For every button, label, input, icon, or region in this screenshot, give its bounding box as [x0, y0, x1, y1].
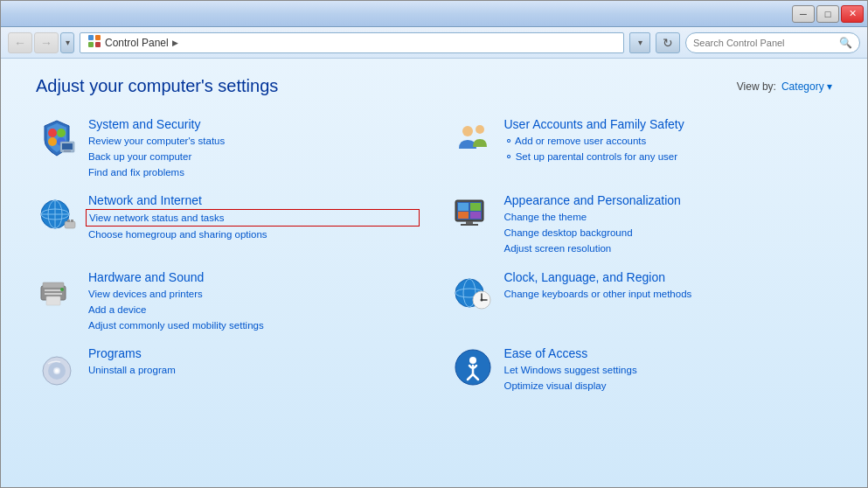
clock-link-1[interactable]: Change keyboards or other input methods: [504, 287, 833, 301]
hardware-link-2[interactable]: Add a device: [88, 303, 417, 317]
hardware-icon: [36, 270, 78, 312]
svg-rect-23: [458, 203, 469, 211]
category-clock: Clock, Language, and Region Change keybo…: [452, 270, 833, 332]
svg-rect-25: [458, 212, 469, 219]
forward-button[interactable]: →: [34, 32, 59, 53]
page-header: Adjust your computer's settings View by:…: [36, 76, 832, 96]
svg-rect-26: [470, 212, 481, 219]
system-security-title[interactable]: System and Security: [88, 117, 417, 131]
category-network: Network and Internet View network status…: [36, 193, 417, 255]
svg-rect-0: [88, 35, 94, 40]
network-link-2[interactable]: Choose homegroup and sharing options: [88, 227, 417, 241]
svg-rect-32: [43, 282, 64, 288]
ease-access-title[interactable]: Ease of Access: [504, 346, 833, 360]
recent-pages-button[interactable]: ▾: [60, 32, 74, 53]
view-by-dropdown[interactable]: Category ▾: [781, 80, 832, 93]
system-security-content: System and Security Review your computer…: [88, 117, 417, 179]
ease-access-links: Let Windows suggest settings Optimize vi…: [504, 363, 833, 393]
svg-rect-18: [65, 221, 75, 228]
programs-icon: [36, 346, 78, 388]
appearance-link-1[interactable]: Change the theme: [504, 210, 833, 224]
hardware-title[interactable]: Hardware and Sound: [88, 270, 417, 284]
user-accounts-title[interactable]: User Accounts and Family Safety: [504, 117, 833, 131]
appearance-title[interactable]: Appearance and Personalization: [504, 193, 833, 207]
clock-icon: [452, 270, 494, 312]
svg-point-46: [55, 369, 59, 373]
hardware-link-3[interactable]: Adjust commonly used mobility settings: [88, 318, 417, 332]
programs-content: Programs Uninstall a program: [88, 346, 417, 377]
view-by-label: View by:: [737, 80, 776, 93]
svg-rect-1: [95, 35, 101, 40]
page-title: Adjust your computer's settings: [36, 76, 278, 96]
title-bar: ─ □ ✕: [1, 1, 867, 27]
programs-link-1[interactable]: Uninstall a program: [88, 363, 417, 377]
svg-rect-19: [67, 220, 70, 222]
appearance-link-2[interactable]: Change desktop background: [504, 226, 833, 240]
user-accounts-content: User Accounts and Family Safety ⚬ Add or…: [504, 117, 833, 164]
programs-title[interactable]: Programs: [88, 346, 417, 360]
nav-buttons: ← → ▾: [8, 32, 74, 53]
programs-links: Uninstall a program: [88, 363, 417, 377]
path-label: Control Panel: [105, 37, 169, 49]
address-dropdown-button[interactable]: ▾: [629, 32, 650, 53]
svg-rect-20: [71, 220, 73, 222]
path-arrow-icon: ▶: [172, 38, 178, 47]
hardware-content: Hardware and Sound View devices and prin…: [88, 270, 417, 332]
network-link-1[interactable]: View network status and tasks: [86, 209, 420, 227]
system-security-link-2[interactable]: Back up your computer: [88, 150, 417, 164]
system-security-link-3[interactable]: Find and fix problems: [88, 165, 417, 179]
minimize-button[interactable]: ─: [792, 5, 815, 23]
system-security-link-1[interactable]: Review your computer's status: [88, 134, 417, 148]
window: ─ □ ✕ ← → ▾ Control Panel ▶ ▾: [0, 0, 868, 488]
appearance-icon: [452, 193, 494, 235]
back-button[interactable]: ←: [8, 32, 32, 53]
svg-rect-31: [45, 293, 62, 295]
search-input[interactable]: [693, 38, 836, 48]
category-programs: Programs Uninstall a program: [36, 346, 417, 393]
svg-point-12: [476, 125, 484, 134]
maximize-button[interactable]: □: [816, 5, 839, 23]
svg-point-48: [469, 357, 476, 364]
categories-grid: System and Security Review your computer…: [36, 117, 832, 393]
svg-point-5: [57, 129, 66, 137]
system-security-links: Review your computer's status Back up yo…: [88, 134, 417, 179]
clock-content: Clock, Language, and Region Change keybo…: [504, 270, 833, 301]
category-user-accounts: User Accounts and Family Safety ⚬ Add or…: [452, 117, 833, 179]
svg-point-11: [462, 126, 473, 136]
user-accounts-link-1[interactable]: ⚬ Add or remove user accounts: [504, 134, 833, 148]
svg-point-4: [48, 129, 57, 137]
appearance-link-3[interactable]: Adjust screen resolution: [504, 241, 833, 255]
search-icon[interactable]: 🔍: [839, 37, 852, 49]
ease-access-content: Ease of Access Let Windows suggest setti…: [504, 346, 833, 393]
svg-rect-24: [470, 203, 481, 211]
svg-rect-30: [45, 289, 62, 291]
search-box[interactable]: 🔍: [685, 32, 860, 53]
svg-rect-2: [88, 42, 94, 47]
svg-point-42: [480, 298, 483, 301]
category-hardware: Hardware and Sound View devices and prin…: [36, 270, 417, 332]
svg-point-6: [48, 137, 57, 146]
svg-rect-9: [62, 143, 73, 150]
address-path[interactable]: Control Panel ▶: [80, 32, 624, 53]
user-accounts-link-2[interactable]: ⚬ Set up parental controls for any user: [504, 150, 833, 164]
user-accounts-links: ⚬ Add or remove user accounts ⚬ Set up p…: [504, 134, 833, 164]
close-button[interactable]: ✕: [841, 5, 864, 23]
network-content: Network and Internet View network status…: [88, 193, 417, 241]
path-icon: [87, 34, 101, 51]
ease-access-link-2[interactable]: Optimize visual display: [504, 379, 833, 393]
view-by: View by: Category ▾: [737, 80, 832, 93]
svg-point-34: [60, 288, 64, 291]
svg-rect-28: [461, 224, 478, 226]
appearance-content: Appearance and Personalization Change th…: [504, 193, 833, 255]
main-content: Adjust your computer's settings View by:…: [1, 59, 867, 487]
hardware-link-1[interactable]: View devices and printers: [88, 287, 417, 301]
clock-title[interactable]: Clock, Language, and Region: [504, 270, 833, 284]
network-title[interactable]: Network and Internet: [88, 193, 417, 207]
svg-rect-33: [46, 296, 60, 305]
ease-access-link-1[interactable]: Let Windows suggest settings: [504, 363, 833, 377]
svg-rect-10: [64, 150, 71, 152]
title-bar-buttons: ─ □ ✕: [792, 5, 864, 23]
refresh-button[interactable]: ↻: [656, 32, 680, 53]
network-icon: [36, 193, 78, 235]
category-ease-access: Ease of Access Let Windows suggest setti…: [452, 346, 833, 393]
